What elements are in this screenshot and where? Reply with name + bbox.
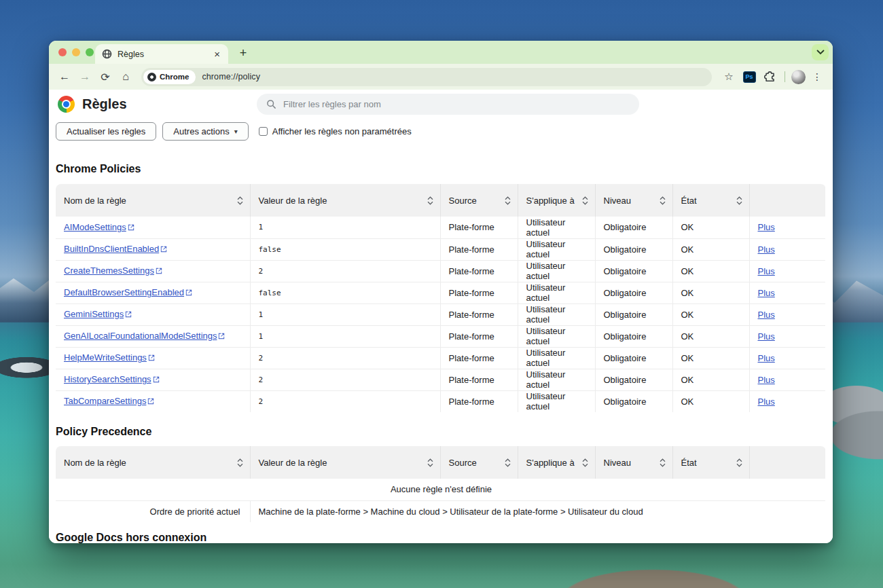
- policy-value-cell: 2: [250, 260, 440, 282]
- policy-applies-cell: Utilisateur actuel: [518, 304, 595, 325]
- policy-level-cell: Obligatoire: [595, 325, 672, 347]
- url-text: chrome://policy: [202, 72, 260, 81]
- sort-icon[interactable]: [505, 458, 511, 467]
- show-unset-checkbox[interactable]: [259, 127, 268, 136]
- search-placeholder: Filtrer les règles par nom: [283, 99, 381, 109]
- policy-level-cell: Obligatoire: [595, 260, 672, 282]
- more-link[interactable]: Plus: [758, 222, 775, 232]
- sort-icon[interactable]: [237, 458, 243, 467]
- minimize-window-button[interactable]: [72, 48, 80, 56]
- forward-button[interactable]: →: [76, 68, 94, 86]
- sort-icon[interactable]: [736, 196, 742, 205]
- sort-icon[interactable]: [736, 458, 742, 467]
- address-bar[interactable]: Chrome chrome://policy: [141, 68, 712, 86]
- column-header-source[interactable]: Source: [440, 184, 518, 217]
- policy-filter-input[interactable]: Filtrer les règles par nom: [257, 94, 639, 115]
- external-link-icon: [125, 310, 132, 320]
- policy-value-cell: 1: [250, 304, 440, 325]
- page-title: Règles: [82, 96, 127, 112]
- column-header-s-applique[interactable]: S'applique à: [518, 184, 595, 217]
- policy-status-cell: OK: [672, 369, 749, 390]
- more-link[interactable]: Plus: [758, 397, 775, 407]
- policy-more-cell: Plus: [749, 260, 825, 282]
- policy-name-link[interactable]: DefaultBrowserSettingEnabled: [64, 287, 184, 297]
- tab-title: Règles: [118, 50, 213, 59]
- external-link-icon: [156, 266, 162, 276]
- column-header-nom-de-la-r-gle[interactable]: Nom de la règle: [56, 184, 250, 217]
- maximize-window-button[interactable]: [86, 48, 94, 56]
- policy-more-cell: Plus: [749, 238, 825, 260]
- more-link[interactable]: Plus: [758, 266, 775, 276]
- sort-icon[interactable]: [237, 196, 243, 205]
- column-header-niveau[interactable]: Niveau: [595, 184, 672, 217]
- reload-policies-button[interactable]: Actualiser les règles: [56, 122, 156, 141]
- new-tab-button[interactable]: +: [234, 44, 252, 62]
- dropdown-arrow-icon: ▾: [234, 128, 238, 135]
- column-header-tat[interactable]: État: [672, 446, 749, 479]
- policy-precedence-heading: Policy Precedence: [56, 426, 826, 438]
- policy-status-cell: OK: [672, 217, 749, 238]
- sort-icon[interactable]: [582, 196, 588, 205]
- column-header-tat[interactable]: État: [672, 184, 749, 217]
- tab-close-icon[interactable]: ×: [213, 49, 221, 59]
- bookmark-star-icon[interactable]: ☆: [720, 69, 738, 85]
- tab-regles[interactable]: Règles ×: [95, 44, 228, 64]
- back-button[interactable]: ←: [56, 68, 73, 86]
- policy-level-cell: Obligatoire: [595, 304, 672, 325]
- policy-more-cell: Plus: [749, 282, 825, 304]
- sort-icon[interactable]: [660, 196, 666, 205]
- extensions-puzzle-icon[interactable]: [761, 69, 778, 85]
- more-link[interactable]: Plus: [758, 375, 775, 385]
- sort-icon[interactable]: [427, 458, 433, 467]
- policy-row: DefaultBrowserSettingEnabledfalsePlate-f…: [56, 282, 825, 304]
- column-header-source[interactable]: Source: [440, 446, 518, 479]
- profile-avatar[interactable]: [791, 70, 806, 84]
- more-link[interactable]: Plus: [758, 353, 775, 363]
- policy-applies-cell: Utilisateur actuel: [518, 325, 595, 347]
- tab-search-chevron-button[interactable]: [812, 44, 829, 60]
- policy-name-link[interactable]: CreateThemesSettings: [64, 265, 154, 276]
- policy-applies-cell: Utilisateur actuel: [518, 238, 595, 260]
- sort-icon[interactable]: [505, 196, 511, 205]
- more-link[interactable]: Plus: [758, 288, 775, 298]
- column-header-niveau[interactable]: Niveau: [595, 446, 672, 479]
- policy-name-link[interactable]: TabCompareSettings: [64, 396, 146, 406]
- policy-name-link[interactable]: GenAILocalFoundationalModelSettings: [64, 331, 217, 341]
- column-header-valeur-de-la-r-gle[interactable]: Valeur de la règle: [250, 446, 440, 479]
- sort-icon[interactable]: [582, 458, 588, 467]
- more-actions-button[interactable]: Autres actions ▾: [162, 122, 248, 141]
- policy-name-cell: BuiltInDnsClientEnabled: [56, 238, 250, 260]
- sort-icon[interactable]: [427, 196, 433, 205]
- external-link-icon: [153, 375, 160, 385]
- home-button[interactable]: ⌂: [117, 68, 134, 86]
- more-link[interactable]: Plus: [758, 310, 775, 320]
- policy-name-link[interactable]: HelpMeWriteSettings: [64, 352, 147, 363]
- policy-name-link[interactable]: HistorySearchSettings: [64, 374, 151, 384]
- policy-more-cell: Plus: [749, 347, 825, 369]
- policy-applies-cell: Utilisateur actuel: [518, 217, 595, 238]
- policy-name-link[interactable]: GeminiSettings: [64, 309, 124, 319]
- close-window-button[interactable]: [58, 48, 67, 56]
- menu-kebab-icon[interactable]: ⋮: [808, 71, 826, 82]
- photoshop-extension-icon[interactable]: Ps: [740, 69, 758, 85]
- sort-icon[interactable]: [660, 458, 666, 467]
- policy-level-cell: Obligatoire: [595, 238, 672, 260]
- external-link-icon: [160, 244, 167, 255]
- policy-name-link[interactable]: BuiltInDnsClientEnabled: [64, 244, 159, 254]
- policy-source-cell: Plate-forme: [440, 260, 518, 282]
- chrome-policies-table: Nom de la règleValeur de la règleSourceS…: [56, 184, 826, 412]
- policy-source-cell: Plate-forme: [440, 369, 518, 390]
- precedence-row: Ordre de priorité actuel Machine de la p…: [56, 500, 825, 522]
- policy-more-cell: Plus: [749, 217, 825, 238]
- reload-button[interactable]: ⟳: [96, 68, 114, 86]
- more-link[interactable]: Plus: [758, 244, 775, 255]
- policy-row: HistorySearchSettings2Plate-formeUtilisa…: [56, 369, 825, 390]
- precedence-label: Ordre de priorité actuel: [56, 500, 250, 522]
- column-header-nom-de-la-r-gle[interactable]: Nom de la règle: [56, 446, 250, 479]
- column-header-s-applique[interactable]: S'applique à: [518, 446, 595, 479]
- policy-name-link[interactable]: AIModeSettings: [64, 222, 126, 232]
- policy-status-cell: OK: [672, 304, 749, 325]
- policy-level-cell: Obligatoire: [595, 369, 672, 390]
- column-header-valeur-de-la-r-gle[interactable]: Valeur de la règle: [250, 184, 440, 217]
- more-link[interactable]: Plus: [758, 331, 775, 342]
